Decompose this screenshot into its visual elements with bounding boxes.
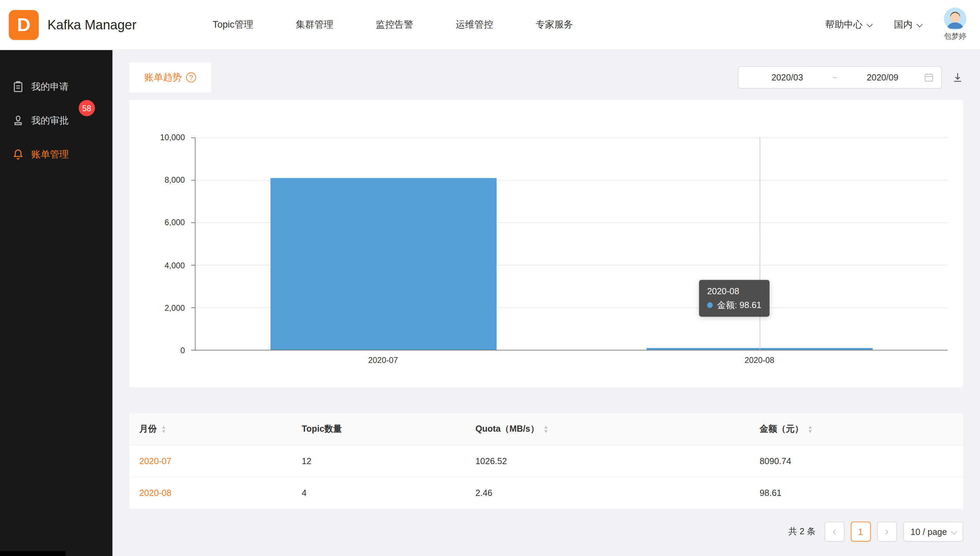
cell-month: 2020-08 — [129, 477, 291, 508]
help-center-menu[interactable]: 帮助中心 — [825, 19, 872, 31]
region-selector[interactable]: 国内 — [894, 19, 922, 31]
table-row: 2020-0842.4698.61 — [129, 477, 963, 509]
region-label: 国内 — [894, 19, 913, 31]
y-axis-tick-label: 2,000 — [165, 303, 185, 312]
chart-card: 10,0008,0006,0004,0002,0000 2020-08 金额: … — [129, 100, 963, 387]
calendar-icon — [924, 73, 934, 82]
app-header: D Kafka Manager Topic管理 集群管理 监控告警 运维管控 专… — [0, 0, 980, 50]
app-logo-icon[interactable]: D — [9, 10, 39, 40]
x-axis-tick-label: 2020-07 — [368, 356, 398, 365]
billing-icon — [12, 148, 24, 161]
cell: 8090.74 — [750, 446, 964, 477]
date-range-separator: ~ — [828, 73, 841, 82]
cell-month: 2020-07 — [129, 446, 291, 477]
chevron-down-icon — [951, 528, 957, 534]
main-nav: Topic管理 集群管理 监控告警 运维管控 专家服务 — [213, 19, 573, 31]
nav-topic-management[interactable]: Topic管理 — [213, 19, 253, 31]
toolbar: 账单趋势 ? 2020/03 ~ 2020/09 — [129, 63, 963, 92]
billing-table-body: 2020-07121026.528090.742020-0842.4698.61 — [129, 446, 963, 509]
month-link[interactable]: 2020-08 — [139, 488, 171, 498]
series-dot-icon — [707, 302, 713, 308]
approvals-count-badge: 58 — [78, 100, 95, 116]
nav-monitor-alert[interactable]: 监控告警 — [376, 19, 413, 31]
date-end-value[interactable]: 2020/09 — [841, 73, 924, 82]
chevron-down-icon — [867, 21, 873, 27]
cell: 2.46 — [465, 477, 750, 508]
download-icon[interactable] — [952, 72, 964, 83]
page-number-button[interactable]: 1 — [851, 522, 870, 542]
column-header-quota[interactable]: Quota（MB/s）▲▼ — [465, 414, 750, 445]
sidebar-item-my-applications[interactable]: 我的申请 — [0, 70, 113, 104]
sidebar: 我的申请 我的审批 58 账单管理 — [0, 50, 113, 556]
chart-bar[interactable] — [271, 178, 496, 350]
next-page-button[interactable]: › — [877, 522, 897, 542]
tab-label: 账单趋势 — [144, 71, 182, 83]
avatar — [944, 8, 966, 30]
stamp-icon — [12, 114, 24, 127]
user-name: 包梦婷 — [944, 31, 966, 42]
pagination: 共 2 条 ‹ 1 › 10 / page — [129, 522, 963, 542]
sidebar-item-label: 账单管理 — [31, 149, 69, 160]
page-size-value: 10 / page — [911, 527, 947, 537]
chart-plot: 2020-08 金额: 98.61 — [195, 137, 948, 351]
billing-table: 月份▲▼Topic数量Quota（MB/s）▲▼金额（元）▲▼ 2020-071… — [129, 414, 963, 509]
date-range-picker[interactable]: 2020/03 ~ 2020/09 — [738, 66, 942, 89]
tooltip-title: 2020-08 — [707, 285, 761, 298]
cell: 1026.52 — [465, 446, 750, 477]
cell: 4 — [292, 477, 465, 508]
x-axis-tick-label: 2020-08 — [744, 356, 774, 365]
main-content: 账单趋势 ? 2020/03 ~ 2020/09 — [113, 50, 980, 556]
sidebar-bottom-strip — [0, 551, 66, 556]
sidebar-item-my-approvals[interactable]: 我的审批 58 — [0, 103, 113, 137]
tooltip-value-row: 金额: 98.61 — [707, 298, 761, 312]
chart-crosshair-line — [760, 137, 760, 350]
cell: 98.61 — [750, 477, 964, 508]
page-size-select[interactable]: 10 / page — [903, 522, 963, 542]
y-axis-tick-label: 8,000 — [165, 175, 185, 185]
billing-table-header: 月份▲▼Topic数量Quota（MB/s）▲▼金额（元）▲▼ — [129, 414, 963, 446]
chevron-down-icon — [917, 21, 923, 27]
page: D Kafka Manager Topic管理 集群管理 监控告警 运维管控 专… — [0, 0, 980, 556]
help-icon[interactable]: ? — [186, 73, 196, 82]
clipboard-icon — [12, 81, 24, 93]
help-center-label: 帮助中心 — [825, 19, 863, 31]
y-axis-tick-label: 4,000 — [165, 261, 185, 270]
column-header-amount[interactable]: 金额（元）▲▼ — [750, 414, 964, 445]
tab-billing-trend[interactable]: 账单趋势 ? — [129, 63, 211, 92]
sort-icon[interactable]: ▲▼ — [161, 425, 166, 433]
nav-cluster-management[interactable]: 集群管理 — [295, 19, 333, 31]
column-header-topic-count: Topic数量 — [292, 414, 465, 445]
y-axis-tick-label: 0 — [180, 346, 185, 355]
user-menu[interactable]: 包梦婷 — [944, 8, 966, 42]
y-axis-tick-label: 6,000 — [165, 218, 185, 227]
nav-ops-control[interactable]: 运维管控 — [456, 19, 494, 31]
sort-icon[interactable]: ▲▼ — [544, 425, 548, 433]
sidebar-item-billing-management[interactable]: 账单管理 — [0, 137, 113, 171]
sort-icon[interactable]: ▲▼ — [808, 425, 812, 433]
date-start-value[interactable]: 2020/03 — [746, 73, 829, 82]
table-row: 2020-07121026.528090.74 — [129, 446, 963, 477]
chart-y-labels: 10,0008,0006,0004,0002,0000 — [129, 137, 190, 351]
sidebar-item-label: 我的审批 — [31, 115, 69, 126]
chart-tooltip: 2020-08 金额: 98.61 — [699, 280, 769, 317]
cell: 12 — [292, 446, 465, 477]
prev-page-button[interactable]: ‹ — [824, 522, 844, 542]
y-axis-tick-label: 10,000 — [160, 133, 185, 142]
nav-expert-service[interactable]: 专家服务 — [536, 19, 573, 31]
month-link[interactable]: 2020-07 — [139, 456, 171, 466]
header-right: 帮助中心 国内 包梦婷 — [825, 8, 967, 42]
chart-x-labels: 2020-072020-08 — [195, 356, 948, 368]
sidebar-item-label: 我的申请 — [31, 81, 69, 92]
pagination-total: 共 2 条 — [788, 526, 815, 537]
tooltip-value: 金额: 98.61 — [717, 300, 761, 310]
column-header-month[interactable]: 月份▲▼ — [129, 414, 291, 445]
app-title: Kafka Manager — [47, 17, 136, 32]
